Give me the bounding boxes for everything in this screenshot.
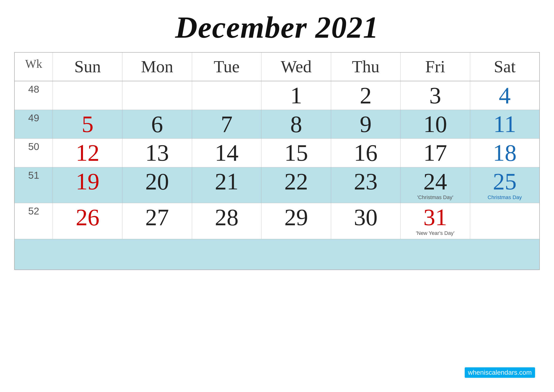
day-number-17: 17 (402, 141, 469, 165)
day-number-14: 14 (194, 141, 260, 165)
day-number-15: 15 (263, 141, 329, 165)
day-number-12: 12 (54, 141, 121, 165)
day-cell-52-1: 27 (122, 203, 192, 239)
day-number-30: 30 (332, 205, 399, 229)
day-number-4: 4 (471, 84, 538, 107)
header-wk: Wk (14, 52, 53, 81)
day-cell-50-4: 16 (331, 139, 401, 167)
week-row-51: 51192021222324'Christmas Day'25Christmas… (14, 167, 540, 203)
day-number-31: 31 (402, 205, 469, 229)
week-row-48: 481234 (14, 81, 540, 110)
day-cell-49-3: 8 (262, 110, 331, 139)
day-number-5: 5 (54, 112, 121, 136)
wk-number-51: 51 (14, 167, 53, 203)
day-number-19: 19 (54, 170, 121, 193)
day-number-10: 10 (402, 112, 469, 136)
day-number-24: 24 (402, 170, 469, 193)
holiday-label-25: Christmas Day (471, 194, 538, 201)
header-tue: Tue (192, 52, 262, 81)
day-number-9: 9 (332, 112, 399, 136)
empty-bottom-cell (14, 239, 540, 270)
day-cell-49-5: 10 (401, 110, 470, 139)
day-number-23: 23 (332, 170, 399, 193)
day-cell-49-6: 11 (470, 110, 540, 139)
day-number-21: 21 (194, 170, 260, 193)
day-cell-51-4: 23 (331, 167, 401, 203)
wk-number-48: 48 (14, 81, 53, 110)
day-number-11: 11 (471, 112, 538, 136)
day-number-26: 26 (54, 205, 121, 229)
day-cell-51-3: 22 (262, 167, 331, 203)
day-cell-52-3: 29 (262, 203, 331, 239)
day-cell-51-6: 25Christmas Day (470, 167, 540, 203)
day-cell-52-4: 30 (331, 203, 401, 239)
page-title: December 2021 (175, 9, 379, 45)
day-cell-49-0: 5 (53, 110, 122, 139)
day-cell-50-3: 15 (262, 139, 331, 167)
calendar-header-row: Wk Sun Mon Tue Wed Thu Fri Sat (14, 52, 540, 81)
day-cell-52-5: 31'New Year's Day' (401, 203, 470, 239)
day-cell-52-0: 26 (53, 203, 122, 239)
day-cell-50-1: 13 (122, 139, 192, 167)
day-cell-48-4: 2 (331, 81, 401, 110)
day-cell-52-6 (470, 203, 540, 239)
wk-number-50: 50 (14, 139, 53, 167)
day-number-25: 25 (471, 170, 538, 193)
day-cell-48-2 (192, 81, 262, 110)
header-fri: Fri (401, 52, 470, 81)
header-mon: Mon (122, 52, 192, 81)
day-cell-49-4: 9 (331, 110, 401, 139)
day-cell-49-2: 7 (192, 110, 262, 139)
header-sun: Sun (53, 52, 122, 81)
day-cell-52-2: 28 (192, 203, 262, 239)
day-cell-48-1 (122, 81, 192, 110)
day-number-2: 2 (332, 84, 399, 107)
day-cell-50-0: 12 (53, 139, 122, 167)
week-row-52: 52262728293031'New Year's Day' (14, 203, 540, 239)
day-number-20: 20 (124, 170, 190, 193)
day-cell-48-5: 3 (401, 81, 470, 110)
day-number-27: 27 (124, 205, 190, 229)
empty-bottom-row (14, 239, 540, 270)
header-thu: Thu (331, 52, 401, 81)
calendar-table: Wk Sun Mon Tue Wed Thu Fri Sat 481234495… (14, 52, 540, 270)
week-row-50: 5012131415161718 (14, 139, 540, 167)
day-cell-48-3: 1 (262, 81, 331, 110)
day-cell-51-2: 21 (192, 167, 262, 203)
wk-number-49: 49 (14, 110, 53, 139)
day-cell-51-5: 24'Christmas Day' (401, 167, 470, 203)
holiday-label-31: 'New Year's Day' (402, 230, 469, 236)
holiday-label-24: 'Christmas Day' (402, 194, 469, 201)
day-number-1: 1 (263, 84, 329, 107)
day-number-7: 7 (194, 112, 260, 136)
day-number-28: 28 (194, 205, 260, 229)
brand-link[interactable]: wheniscalendars.com (465, 367, 535, 378)
day-number-6: 6 (124, 112, 190, 136)
day-number-16: 16 (332, 141, 399, 165)
day-cell-49-1: 6 (122, 110, 192, 139)
day-number-18: 18 (471, 141, 538, 165)
day-cell-48-0 (53, 81, 122, 110)
day-number-3: 3 (402, 84, 469, 107)
day-number-8: 8 (263, 112, 329, 136)
day-cell-50-2: 14 (192, 139, 262, 167)
day-cell-50-5: 17 (401, 139, 470, 167)
day-number-29: 29 (263, 205, 329, 229)
day-cell-48-6: 4 (470, 81, 540, 110)
header-wed: Wed (262, 52, 331, 81)
day-cell-51-1: 20 (122, 167, 192, 203)
day-cell-50-6: 18 (470, 139, 540, 167)
wk-number-52: 52 (14, 203, 53, 239)
header-sat: Sat (470, 52, 540, 81)
day-cell-51-0: 19 (53, 167, 122, 203)
day-number-22: 22 (263, 170, 329, 193)
day-number-13: 13 (124, 141, 190, 165)
week-row-49: 49567891011 (14, 110, 540, 139)
